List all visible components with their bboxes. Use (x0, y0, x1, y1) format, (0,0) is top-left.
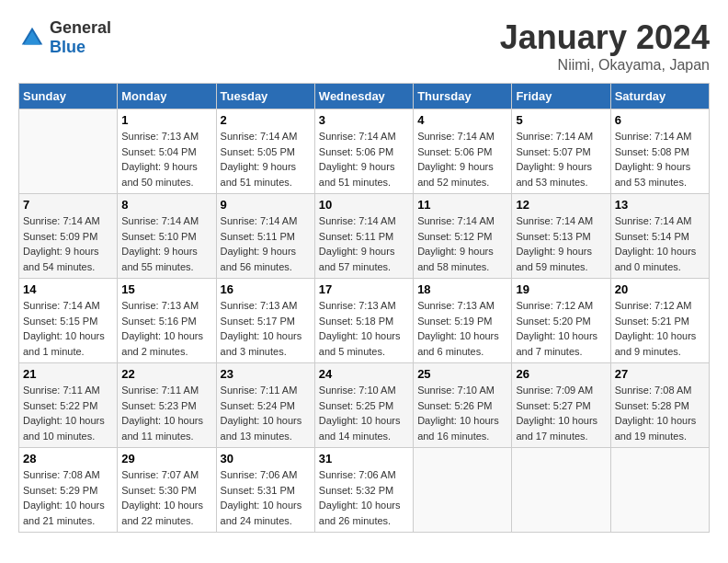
calendar-cell: 17Sunrise: 7:13 AMSunset: 5:18 PMDayligh… (314, 279, 413, 363)
day-number: 26 (516, 367, 606, 381)
calendar-cell: 22Sunrise: 7:11 AMSunset: 5:23 PMDayligh… (118, 363, 216, 448)
day-number: 6 (615, 113, 705, 127)
day-info: Sunrise: 7:11 AMSunset: 5:24 PMDaylight:… (221, 383, 311, 443)
day-info: Sunrise: 7:14 AMSunset: 5:07 PMDaylight:… (516, 129, 606, 190)
calendar-cell (610, 448, 709, 533)
day-number: 21 (23, 367, 113, 381)
day-info: Sunrise: 7:08 AMSunset: 5:29 PMDaylight:… (23, 467, 113, 528)
day-info: Sunrise: 7:14 AMSunset: 5:09 PMDaylight:… (23, 213, 113, 274)
day-number: 4 (417, 113, 507, 127)
calendar-cell: 31Sunrise: 7:06 AMSunset: 5:32 PMDayligh… (314, 448, 413, 533)
calendar-cell: 28Sunrise: 7:08 AMSunset: 5:29 PMDayligh… (19, 448, 118, 533)
calendar-cell: 2Sunrise: 7:14 AMSunset: 5:05 PMDaylight… (216, 109, 314, 194)
day-number: 8 (121, 198, 211, 212)
logo-text-general: General (50, 18, 111, 37)
day-number: 7 (23, 198, 113, 212)
day-info: Sunrise: 7:14 AMSunset: 5:08 PMDaylight:… (615, 129, 705, 190)
calendar-cell: 20Sunrise: 7:12 AMSunset: 5:21 PMDayligh… (610, 279, 709, 363)
day-number: 1 (121, 113, 211, 127)
calendar-cell (414, 448, 512, 533)
day-number: 25 (417, 367, 507, 381)
calendar-cell: 15Sunrise: 7:13 AMSunset: 5:16 PMDayligh… (118, 279, 216, 363)
day-info: Sunrise: 7:06 AMSunset: 5:31 PMDaylight:… (221, 467, 311, 528)
day-number: 27 (615, 367, 705, 381)
weekday-header-cell: Friday (512, 84, 610, 109)
day-number: 15 (121, 282, 211, 296)
day-info: Sunrise: 7:13 AMSunset: 5:17 PMDaylight:… (221, 298, 311, 359)
day-info: Sunrise: 7:06 AMSunset: 5:32 PMDaylight:… (319, 467, 409, 528)
day-info: Sunrise: 7:14 AMSunset: 5:11 PMDaylight:… (221, 213, 311, 274)
day-number: 20 (615, 282, 705, 296)
header: General Blue January 2024 Niimi, Okayama… (18, 18, 710, 74)
calendar-cell: 18Sunrise: 7:13 AMSunset: 5:19 PMDayligh… (414, 279, 512, 363)
day-info: Sunrise: 7:14 AMSunset: 5:10 PMDaylight:… (121, 213, 211, 274)
calendar-cell: 25Sunrise: 7:10 AMSunset: 5:26 PMDayligh… (414, 363, 512, 448)
calendar-cell: 6Sunrise: 7:14 AMSunset: 5:08 PMDaylight… (610, 109, 709, 194)
day-info: Sunrise: 7:13 AMSunset: 5:19 PMDaylight:… (417, 298, 507, 359)
logo-icon (18, 24, 46, 52)
calendar-week-row: 28Sunrise: 7:08 AMSunset: 5:29 PMDayligh… (19, 448, 710, 533)
logo-text-blue: Blue (50, 38, 85, 56)
calendar-cell: 7Sunrise: 7:14 AMSunset: 5:09 PMDaylight… (19, 194, 118, 279)
day-number: 13 (615, 198, 705, 212)
day-info: Sunrise: 7:13 AMSunset: 5:04 PMDaylight:… (121, 129, 211, 190)
calendar-cell: 10Sunrise: 7:14 AMSunset: 5:11 PMDayligh… (314, 194, 413, 279)
weekday-header-row: SundayMondayTuesdayWednesdayThursdayFrid… (19, 84, 710, 109)
day-info: Sunrise: 7:14 AMSunset: 5:06 PMDaylight:… (417, 129, 507, 190)
calendar-week-row: 21Sunrise: 7:11 AMSunset: 5:22 PMDayligh… (19, 363, 710, 448)
weekday-header-cell: Sunday (19, 84, 118, 109)
day-info: Sunrise: 7:14 AMSunset: 5:14 PMDaylight:… (615, 213, 705, 274)
day-number: 9 (221, 198, 311, 212)
weekday-header-cell: Monday (118, 84, 216, 109)
calendar-cell: 16Sunrise: 7:13 AMSunset: 5:17 PMDayligh… (216, 279, 314, 363)
weekday-header-cell: Thursday (414, 84, 512, 109)
calendar-cell: 30Sunrise: 7:06 AMSunset: 5:31 PMDayligh… (216, 448, 314, 533)
calendar-cell (512, 448, 610, 533)
calendar-week-row: 14Sunrise: 7:14 AMSunset: 5:15 PMDayligh… (19, 279, 710, 363)
calendar-cell: 26Sunrise: 7:09 AMSunset: 5:27 PMDayligh… (512, 363, 610, 448)
day-info: Sunrise: 7:09 AMSunset: 5:27 PMDaylight:… (516, 383, 606, 443)
day-number: 11 (417, 198, 507, 212)
calendar-cell: 23Sunrise: 7:11 AMSunset: 5:24 PMDayligh… (216, 363, 314, 448)
calendar-cell: 27Sunrise: 7:08 AMSunset: 5:28 PMDayligh… (610, 363, 709, 448)
calendar-week-row: 7Sunrise: 7:14 AMSunset: 5:09 PMDaylight… (19, 194, 710, 279)
calendar-cell: 1Sunrise: 7:13 AMSunset: 5:04 PMDaylight… (118, 109, 216, 194)
day-number: 2 (221, 113, 311, 127)
calendar-cell: 24Sunrise: 7:10 AMSunset: 5:25 PMDayligh… (314, 363, 413, 448)
day-info: Sunrise: 7:14 AMSunset: 5:11 PMDaylight:… (319, 213, 409, 274)
logo: General Blue (18, 18, 111, 57)
calendar-cell: 13Sunrise: 7:14 AMSunset: 5:14 PMDayligh… (610, 194, 709, 279)
day-info: Sunrise: 7:11 AMSunset: 5:23 PMDaylight:… (121, 383, 211, 443)
month-title: January 2024 (500, 18, 710, 57)
day-number: 18 (417, 282, 507, 296)
day-number: 23 (221, 367, 311, 381)
day-number: 16 (221, 282, 311, 296)
day-info: Sunrise: 7:14 AMSunset: 5:06 PMDaylight:… (319, 129, 409, 190)
calendar-cell (19, 109, 118, 194)
day-number: 28 (23, 452, 113, 465)
calendar-cell: 21Sunrise: 7:11 AMSunset: 5:22 PMDayligh… (19, 363, 118, 448)
day-info: Sunrise: 7:12 AMSunset: 5:21 PMDaylight:… (615, 298, 705, 359)
calendar-cell: 9Sunrise: 7:14 AMSunset: 5:11 PMDaylight… (216, 194, 314, 279)
day-info: Sunrise: 7:10 AMSunset: 5:26 PMDaylight:… (417, 383, 507, 443)
day-number: 5 (516, 113, 606, 127)
calendar-cell: 11Sunrise: 7:14 AMSunset: 5:12 PMDayligh… (414, 194, 512, 279)
title-block: January 2024 Niimi, Okayama, Japan (500, 18, 710, 74)
day-info: Sunrise: 7:12 AMSunset: 5:20 PMDaylight:… (516, 298, 606, 359)
day-number: 24 (319, 367, 409, 381)
calendar-cell: 8Sunrise: 7:14 AMSunset: 5:10 PMDaylight… (118, 194, 216, 279)
calendar-cell: 5Sunrise: 7:14 AMSunset: 5:07 PMDaylight… (512, 109, 610, 194)
calendar-table: SundayMondayTuesdayWednesdayThursdayFrid… (18, 83, 710, 533)
day-info: Sunrise: 7:08 AMSunset: 5:28 PMDaylight:… (615, 383, 705, 443)
location-subtitle: Niimi, Okayama, Japan (500, 57, 710, 74)
calendar-cell: 4Sunrise: 7:14 AMSunset: 5:06 PMDaylight… (414, 109, 512, 194)
weekday-header-cell: Wednesday (314, 84, 413, 109)
weekday-header-cell: Tuesday (216, 84, 314, 109)
day-number: 31 (319, 452, 409, 465)
day-info: Sunrise: 7:07 AMSunset: 5:30 PMDaylight:… (121, 467, 211, 528)
calendar-week-row: 1Sunrise: 7:13 AMSunset: 5:04 PMDaylight… (19, 109, 710, 194)
day-info: Sunrise: 7:13 AMSunset: 5:18 PMDaylight:… (319, 298, 409, 359)
day-number: 19 (516, 282, 606, 296)
day-number: 30 (221, 452, 311, 465)
calendar-cell: 3Sunrise: 7:14 AMSunset: 5:06 PMDaylight… (314, 109, 413, 194)
